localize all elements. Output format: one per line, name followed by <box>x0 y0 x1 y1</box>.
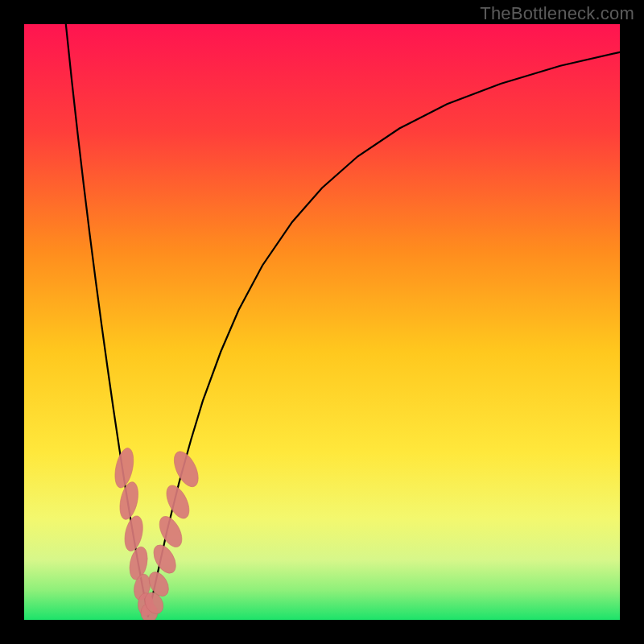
bottleneck-chart <box>24 24 620 620</box>
chart-frame: TheBottleneck.com <box>0 0 644 644</box>
gradient-background <box>24 24 620 620</box>
watermark-text: TheBottleneck.com <box>480 3 634 24</box>
